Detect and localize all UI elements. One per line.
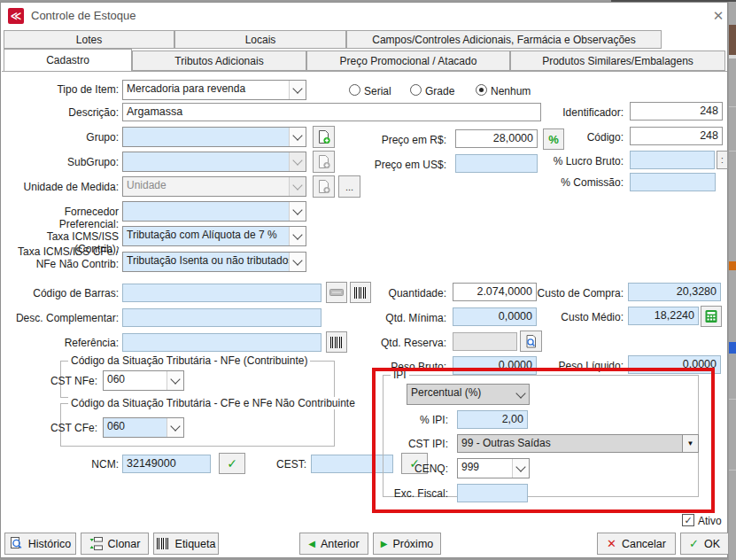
cst-cfe-groupbox-title: Código da Situação Tributária - CFe e NF… bbox=[68, 397, 358, 409]
ipi-groupbox-title: IPI bbox=[391, 369, 409, 381]
radio-serial-label: Serial bbox=[364, 85, 417, 97]
close-icon[interactable]: ✕ bbox=[709, 7, 727, 25]
custo-medio-field[interactable]: 18,2240 bbox=[628, 307, 699, 325]
ipi-tipo-value: Percentual (%) bbox=[407, 385, 513, 404]
exc-fiscal-label: Exc. Fiscal: bbox=[360, 487, 448, 500]
lucro-bruto-options-button[interactable]: : bbox=[717, 151, 728, 169]
cenq-label: CENQ: bbox=[360, 463, 448, 475]
peso-liquido-label: Peso Líquido: bbox=[519, 360, 624, 372]
cancelar-button[interactable]: ✕ Cancelar bbox=[597, 533, 676, 555]
grupo-combo[interactable] bbox=[122, 127, 306, 147]
controle-de-estoque-dialog: ≪ Controle de Estoque ✕ Lotes Locais Cam… bbox=[0, 2, 728, 558]
codigo-field[interactable]: 248 bbox=[630, 127, 723, 145]
ipi-tipo-combo[interactable]: Percentual (%) bbox=[407, 384, 530, 405]
etiqueta-button[interactable]: Etiqueta bbox=[153, 533, 219, 555]
tab-preco-promocional[interactable]: Preço Promocional / Atacado bbox=[306, 51, 510, 71]
cancelar-button-label: Cancelar bbox=[622, 538, 666, 550]
comissao-field[interactable] bbox=[630, 173, 716, 191]
codigo-de-barras-field[interactable] bbox=[122, 284, 322, 302]
referencia-field[interactable] bbox=[122, 333, 322, 352]
tab-tributos-adicionais[interactable]: Tributos Adicionais bbox=[132, 51, 306, 71]
preco-us-label: Preço em US$: bbox=[342, 159, 446, 171]
title-bar: ≪ Controle de Estoque ✕ bbox=[1, 3, 727, 28]
ativo-checkbox[interactable]: ✓ bbox=[682, 514, 694, 526]
background-window-strip bbox=[729, 0, 736, 560]
peso-liquido-field[interactable]: 0,0000 bbox=[628, 355, 721, 374]
ok-button[interactable]: ✓ OK bbox=[680, 533, 729, 555]
fornecedor-preferencial-combo[interactable] bbox=[122, 201, 306, 222]
tipo-de-item-value: Mercadoria para revenda bbox=[123, 81, 289, 99]
add-unidade-button-disabled[interactable] bbox=[313, 175, 335, 198]
radio-serial[interactable] bbox=[349, 84, 360, 96]
codigo-de-barras-label: Código de Barras: bbox=[3, 287, 119, 299]
referencia-label: Referência: bbox=[3, 337, 119, 349]
identificador-label: Identificador: bbox=[519, 106, 624, 119]
cenq-combo[interactable]: 999 bbox=[457, 458, 530, 478]
tab-locais[interactable]: Locais bbox=[174, 30, 346, 49]
historico-button-label: Histórico bbox=[28, 538, 72, 550]
add-subgrupo-button-disabled[interactable] bbox=[313, 151, 335, 173]
custo-compra-field[interactable]: 20,3280 bbox=[628, 283, 721, 301]
exc-fiscal-field[interactable] bbox=[457, 484, 528, 502]
unidade-more-options-button[interactable]: ... bbox=[338, 175, 360, 198]
subgrupo-value bbox=[123, 152, 289, 171]
unidade-de-medida-value: Unidade bbox=[123, 177, 289, 196]
cst-ipi-combo[interactable]: 99 - Outras Saídas ▼ bbox=[457, 434, 699, 453]
radio-grade[interactable] bbox=[410, 84, 422, 96]
taxa-icms-nao-contrib-combo[interactable]: Tributação Isenta ou não tributados bbox=[122, 252, 306, 272]
chevron-down-icon bbox=[289, 177, 306, 196]
ncm-label: NCM: bbox=[48, 458, 119, 471]
fornecedor-preferencial-value bbox=[123, 202, 289, 221]
quantidade-label: Quantidade: bbox=[342, 287, 446, 299]
radio-nenhum[interactable] bbox=[476, 84, 487, 96]
custo-compra-label: Custo de Compra: bbox=[519, 287, 624, 299]
tab-campos-controles-adicionais[interactable]: Campos/Controles Adicionais, Farmácia e … bbox=[346, 30, 662, 49]
descricao-label: Descrição: bbox=[3, 106, 119, 119]
tab-lotes[interactable]: Lotes bbox=[4, 30, 174, 49]
qtd-reserva-detail-button[interactable] bbox=[520, 331, 542, 352]
next-arrow-icon: ▶ bbox=[381, 539, 388, 548]
anterior-button[interactable]: ◀ Anterior bbox=[299, 533, 368, 555]
chevron-down-icon bbox=[512, 459, 529, 478]
cst-nfe-combo[interactable]: 060 bbox=[103, 370, 184, 391]
proximo-button[interactable]: ▶ Próximo bbox=[373, 533, 441, 555]
tipo-de-item-combo[interactable]: Mercadoria para revenda bbox=[122, 80, 306, 100]
cst-cfe-combo[interactable]: 060 bbox=[103, 417, 184, 438]
desc-complementar-label: Desc. Complementar: bbox=[3, 312, 119, 324]
ellipsis-icon: ... bbox=[345, 182, 353, 192]
tab-cadastro[interactable]: Cadastro bbox=[4, 49, 132, 71]
cst-nfe-label: CST NFe: bbox=[23, 375, 97, 387]
history-magnifier-icon bbox=[10, 537, 23, 550]
cst-nfe-groupbox-title: Código da Situação Tributária - NFe (Con… bbox=[68, 354, 310, 367]
grupo-value bbox=[123, 128, 289, 146]
cancel-x-icon: ✕ bbox=[607, 537, 616, 550]
new-document-plus-icon bbox=[316, 179, 331, 194]
chevron-down-icon bbox=[289, 128, 306, 146]
desc-complementar-field[interactable] bbox=[122, 308, 322, 327]
background-fragment bbox=[729, 261, 736, 270]
prev-arrow-icon: ◀ bbox=[308, 539, 315, 548]
document-magnifier-icon bbox=[524, 335, 538, 348]
unidade-de-medida-combo[interactable]: Unidade bbox=[122, 176, 306, 197]
subgrupo-label: SubGrupo: bbox=[3, 156, 119, 168]
tab-produtos-similares[interactable]: Produtos Similares/Embalagens bbox=[510, 51, 725, 71]
chevron-down-icon bbox=[289, 202, 306, 221]
identificador-field[interactable]: 248 bbox=[630, 102, 723, 121]
taxa-icms-contrib-combo[interactable]: Tributação com Alíquota de 7 % bbox=[122, 226, 306, 246]
historico-button[interactable]: Histórico bbox=[4, 533, 76, 555]
ncm-field[interactable]: 32149000 bbox=[122, 455, 211, 473]
ipi-perc-field[interactable]: 2,00 bbox=[457, 410, 528, 429]
ok-button-label: OK bbox=[704, 538, 720, 550]
lucro-bruto-field[interactable] bbox=[630, 151, 715, 169]
new-document-plus-icon bbox=[316, 129, 331, 144]
comissao-label: % Comissão: bbox=[519, 176, 624, 189]
cst-cfe-label: CST CFe: bbox=[23, 422, 97, 434]
descricao-field[interactable]: Argamassa bbox=[122, 103, 541, 121]
calculator-icon bbox=[704, 309, 718, 323]
ncm-validate-button[interactable]: ✓ bbox=[219, 453, 245, 474]
add-grupo-button[interactable] bbox=[313, 126, 335, 148]
clonar-button[interactable]: Clonar bbox=[81, 533, 149, 555]
subgrupo-combo[interactable] bbox=[122, 152, 306, 172]
calculate-custo-medio-button[interactable] bbox=[701, 306, 722, 327]
background-fragment bbox=[729, 342, 736, 354]
